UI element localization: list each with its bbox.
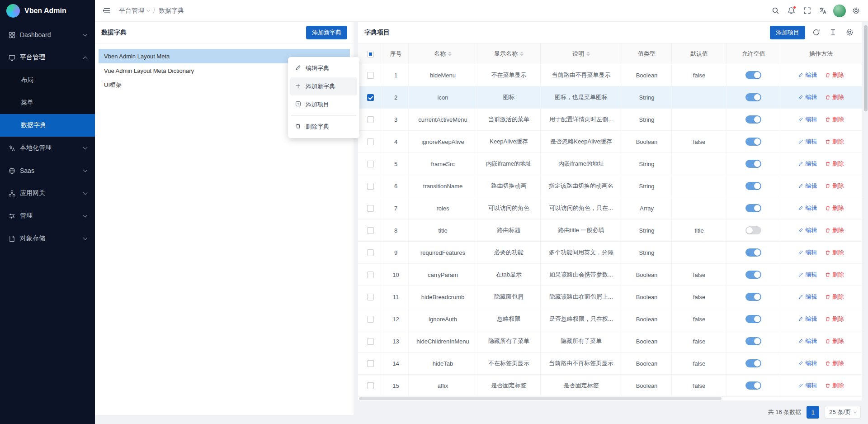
nullable-toggle[interactable] [745, 93, 761, 101]
row-checkbox[interactable] [367, 360, 374, 367]
context-menu-item[interactable]: 编辑字典 [290, 59, 357, 77]
edit-link[interactable]: 编辑 [798, 359, 817, 367]
context-menu-item[interactable]: 添加新字典 [290, 77, 357, 95]
delete-link[interactable]: 删除 [825, 337, 844, 345]
edit-link[interactable]: 编辑 [798, 381, 817, 390]
row-checkbox[interactable] [367, 205, 374, 212]
column-header[interactable]: 说明 [541, 43, 622, 64]
page-size-select[interactable]: 25 条/页 [825, 406, 861, 419]
edit-link[interactable]: 编辑 [798, 315, 817, 323]
edit-link[interactable]: 编辑 [798, 226, 817, 234]
nullable-toggle[interactable] [745, 293, 761, 301]
sidebar-subitem[interactable]: 布局 [0, 69, 95, 91]
menu-fold-icon[interactable] [101, 5, 113, 16]
row-checkbox[interactable] [367, 316, 374, 323]
sidebar-subitem[interactable]: 菜单 [0, 91, 95, 114]
delete-link[interactable]: 删除 [825, 381, 844, 390]
app-logo[interactable]: Vben Admin [0, 0, 95, 22]
edit-link[interactable]: 编辑 [798, 138, 817, 146]
add-item-button[interactable]: 添加项目 [770, 26, 805, 39]
column-header[interactable]: 名称 [409, 43, 477, 64]
delete-link[interactable]: 删除 [825, 138, 844, 146]
sidebar-item[interactable]: 管理 [0, 205, 95, 227]
breadcrumb-item-platform[interactable]: 平台管理 [119, 7, 150, 15]
edit-link[interactable]: 编辑 [798, 337, 817, 345]
delete-link[interactable]: 删除 [825, 248, 844, 257]
translate-icon[interactable] [817, 5, 829, 16]
edit-link[interactable]: 编辑 [798, 115, 817, 124]
row-checkbox[interactable] [367, 382, 374, 389]
nullable-toggle[interactable] [745, 226, 761, 234]
context-menu-item[interactable]: 删除字典 [290, 118, 357, 136]
add-dictionary-button[interactable]: 添加新字典 [306, 26, 347, 39]
notification-bell-icon[interactable] [786, 5, 797, 16]
edit-link[interactable]: 编辑 [798, 271, 817, 279]
nullable-toggle[interactable] [745, 271, 761, 279]
edit-link[interactable]: 编辑 [798, 160, 817, 168]
row-checkbox[interactable] [367, 272, 374, 278]
breadcrumb-item-current[interactable]: 数据字典 [159, 7, 184, 15]
vertical-scrollbar[interactable] [864, 25, 868, 111]
delete-link[interactable]: 删除 [825, 359, 844, 367]
delete-link[interactable]: 删除 [825, 182, 844, 190]
column-header[interactable]: 显示名称 [477, 43, 541, 64]
delete-link[interactable]: 删除 [825, 315, 844, 323]
edit-link[interactable]: 编辑 [798, 248, 817, 257]
edit-link[interactable]: 编辑 [798, 93, 817, 101]
row-checkbox[interactable] [367, 183, 374, 190]
edit-link[interactable]: 编辑 [798, 71, 817, 79]
user-avatar[interactable] [833, 5, 846, 17]
page-1-button[interactable]: 1 [807, 406, 819, 419]
delete-link[interactable]: 删除 [825, 271, 844, 279]
fullscreen-icon[interactable] [802, 5, 813, 16]
nullable-toggle[interactable] [745, 359, 761, 367]
sidebar-item[interactable]: 本地化管理 [0, 137, 95, 159]
column-height-icon[interactable] [827, 27, 839, 38]
sidebar-item[interactable]: 对象存储 [0, 227, 95, 250]
settings-gear-icon[interactable] [850, 5, 862, 16]
nullable-toggle[interactable] [745, 138, 761, 146]
edit-link[interactable]: 编辑 [798, 182, 817, 190]
edit-link[interactable]: 编辑 [798, 204, 817, 212]
sort-icon[interactable] [520, 52, 524, 56]
row-checkbox[interactable] [367, 338, 374, 345]
row-checkbox[interactable] [367, 116, 374, 123]
sidebar-item[interactable]: Dashboard [0, 24, 95, 46]
row-checkbox[interactable] [367, 72, 374, 79]
nullable-toggle[interactable] [745, 337, 761, 345]
search-icon[interactable] [770, 5, 781, 16]
nullable-toggle[interactable] [745, 381, 761, 390]
nullable-toggle[interactable] [745, 204, 761, 212]
delete-link[interactable]: 删除 [825, 226, 844, 234]
sidebar-subitem[interactable]: 数据字典 [0, 114, 95, 137]
row-checkbox[interactable] [367, 161, 374, 167]
sidebar-item[interactable]: Saas [0, 159, 95, 182]
nullable-toggle[interactable] [745, 160, 761, 168]
nullable-toggle[interactable] [745, 71, 761, 79]
context-menu-item[interactable]: 添加项目 [290, 95, 357, 114]
sort-icon[interactable] [586, 52, 590, 56]
select-all-checkbox[interactable] [367, 51, 374, 57]
row-checkbox[interactable] [367, 249, 374, 256]
delete-link[interactable]: 删除 [825, 160, 844, 168]
nullable-toggle[interactable] [745, 248, 761, 257]
row-checkbox[interactable] [367, 227, 374, 234]
nullable-toggle[interactable] [745, 115, 761, 124]
sidebar-item[interactable]: 应用网关 [0, 182, 95, 205]
horizontal-scrollbar-thumb[interactable] [359, 397, 722, 400]
delete-link[interactable]: 删除 [825, 71, 844, 79]
row-checkbox[interactable] [367, 138, 374, 145]
delete-link[interactable]: 删除 [825, 115, 844, 124]
nullable-toggle[interactable] [745, 315, 761, 323]
delete-link[interactable]: 删除 [825, 204, 844, 212]
table-settings-gear-icon[interactable] [844, 27, 855, 38]
delete-link[interactable]: 删除 [825, 93, 844, 101]
row-checkbox[interactable] [367, 294, 374, 300]
edit-link[interactable]: 编辑 [798, 293, 817, 301]
delete-link[interactable]: 删除 [825, 293, 844, 301]
sidebar-item[interactable]: 平台管理 [0, 46, 95, 69]
nullable-toggle[interactable] [745, 182, 761, 190]
row-checkbox[interactable] [367, 94, 374, 101]
sort-icon[interactable] [448, 52, 452, 56]
refresh-icon[interactable] [811, 27, 822, 38]
